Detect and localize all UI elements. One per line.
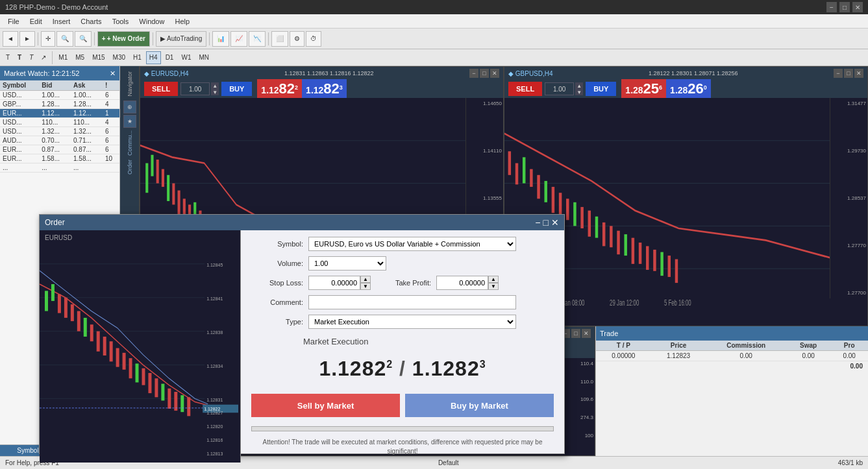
crosshair-button[interactable]: ✛ [41,31,55,47]
chart-usdjpy-close[interactable]: ✕ [582,329,591,338]
take-profit-down[interactable]: ▼ [488,283,499,290]
chart-type-bar[interactable]: 📊 [212,31,229,47]
tool-btn-3[interactable]: ⏱ [306,31,321,47]
menu-edit[interactable]: Edit [25,16,47,27]
zoom-in-button[interactable]: 🔍 [56,31,73,47]
chart-usdjpy-maximize[interactable]: □ [571,329,580,338]
new-order-button[interactable]: + + New Order [97,31,150,47]
chart-gbpusd-close[interactable]: ✕ [854,69,863,78]
svg-rect-101 [45,291,48,311]
menu-insert[interactable]: Insert [47,16,76,27]
tf-m30[interactable]: M30 [110,51,129,64]
buy-by-market-button[interactable]: Buy by Market [405,394,554,417]
trade-terminal: Trade T / P Price Commission Swap Pro [595,326,868,456]
svg-rect-60 [580,207,583,228]
market-watch-header-row: Symbol Bid Ask ! [0,80,119,91]
comment-input[interactable] [308,295,516,309]
zoom-out-button[interactable]: 🔍 [75,31,92,47]
toolbar-sep-5 [268,32,269,45]
stop-loss-down[interactable]: ▼ [360,283,371,290]
market-watch-row[interactable]: EUR... 0.87... 0.87... 6 [0,145,119,154]
market-watch-close[interactable]: ✕ [110,69,116,78]
tf-w1[interactable]: W1 [178,51,194,64]
chart-bold-tool[interactable]: T [14,51,25,64]
market-watch-row[interactable]: USD... 110... 110... 4 [0,118,119,127]
tool-btn-1[interactable]: ⬜ [271,31,288,47]
tf-m15[interactable]: M15 [89,51,108,64]
stop-loss-input[interactable] [308,276,360,290]
menu-help[interactable]: Help [169,16,195,27]
chart-gbpusd-buy-btn[interactable]: BUY [586,82,616,96]
back-button[interactable]: ◄ [3,31,18,47]
chart-eurusd-buy-btn[interactable]: BUY [221,82,252,96]
chart-italic-tool[interactable]: T [26,51,36,64]
take-profit-up[interactable]: ▲ [488,276,499,283]
menu-window[interactable]: Window [134,16,169,27]
chart-gbpusd-vol-up[interactable]: ▲ [575,82,583,89]
chart-eurusd-minimize[interactable]: − [469,69,478,78]
symbol-select[interactable]: EURUSD, Euro vs US Dollar Variable + Com… [308,237,516,251]
market-watch-row[interactable]: EUR... 1.12... 1.12... 1 [0,109,119,118]
title-controls: − □ ✕ [826,2,863,12]
chart-eurusd-maximize[interactable]: □ [480,69,489,78]
gbp-price-tick-5: 1.27700 [832,290,866,296]
tool-btn-2[interactable]: ⚙ [290,31,304,47]
tf-d1[interactable]: D1 [162,51,177,64]
order-dialog-close[interactable]: ✕ [551,217,559,228]
sell-by-market-button[interactable]: Sell by Market [251,394,400,417]
chart-gbpusd-minimize[interactable]: − [834,69,843,78]
order-dialog-overlay: Order − □ ✕ EURUSD [39,214,565,454]
market-watch-row[interactable]: EUR... 1.58... 1.58... 10 [0,154,119,163]
tf-h4[interactable]: H4 [146,51,161,64]
menu-charts[interactable]: Charts [75,16,106,27]
nav-icon-1[interactable]: ⊕ [123,101,136,114]
chart-text-tool[interactable]: T [3,51,13,64]
maximize-button[interactable]: □ [839,2,850,12]
forward-button[interactable]: ► [19,31,35,47]
take-profit-input[interactable] [436,276,488,290]
chart-gbpusd-volume-input[interactable] [545,82,574,95]
chart-gbpusd-vol-down[interactable]: ▼ [575,89,583,95]
svg-rect-102 [51,284,55,301]
svg-rect-119 [161,384,164,401]
mw-spread: 6 [103,145,119,154]
market-watch-row[interactable]: GBP... 1.28... 1.28... 4 [0,100,119,109]
svg-rect-67 [632,238,634,264]
svg-rect-70 [653,250,656,271]
tf-m1[interactable]: M1 [55,51,71,64]
chart-gbpusd-maximize[interactable]: □ [844,69,853,78]
order-dialog-maximize[interactable]: □ [543,217,549,228]
menu-file[interactable]: File [3,16,25,27]
market-watch-row[interactable]: ... ... ... [0,163,119,173]
type-select[interactable]: Market Execution [308,315,516,329]
menu-tools[interactable]: Tools [107,16,134,27]
nav-icon-2[interactable]: ★ [123,115,136,128]
market-watch-row[interactable]: AUD... 0.70... 0.71... 6 [0,136,119,145]
chart-eurusd-vol-down[interactable]: ▼ [211,89,219,95]
bid-price-display: 1.12822 [319,357,393,380]
col-tp: T / P [596,341,651,351]
market-watch-row[interactable]: USD... 1.00... 1.00... 6 [0,91,119,100]
chart-gbpusd-sell-btn[interactable]: SELL [508,82,542,96]
chart-eurusd-close[interactable]: ✕ [490,69,499,78]
autotrading-button[interactable]: ▶ AutoTrading [156,31,206,47]
chart-eurusd-sell-btn[interactable]: SELL [144,82,178,96]
menu-bar: File Edit Insert Charts Tools Window Hel… [0,14,868,29]
svg-rect-71 [660,252,663,276]
stop-loss-up[interactable]: ▲ [360,276,371,283]
chart-eurusd-vol-up[interactable]: ▲ [211,82,219,89]
term-price: 1.12823 [651,350,706,361]
market-watch-row[interactable]: USD... 1.32... 1.32... 6 [0,127,119,136]
volume-select[interactable]: 1.00 [308,256,386,271]
svg-rect-11 [178,191,180,215]
chart-draw-tool[interactable]: ↗ [38,51,49,64]
close-button[interactable]: ✕ [852,2,863,12]
order-dialog-minimize[interactable]: − [535,217,540,228]
tf-m5[interactable]: M5 [72,51,88,64]
minimize-button[interactable]: − [826,2,837,12]
tf-mn[interactable]: MN [195,51,212,64]
chart-type-line[interactable]: 📉 [249,31,266,47]
tf-h1[interactable]: H1 [130,51,145,64]
chart-eurusd-volume-input[interactable] [180,82,210,95]
chart-type-candle[interactable]: 📈 [230,31,247,47]
